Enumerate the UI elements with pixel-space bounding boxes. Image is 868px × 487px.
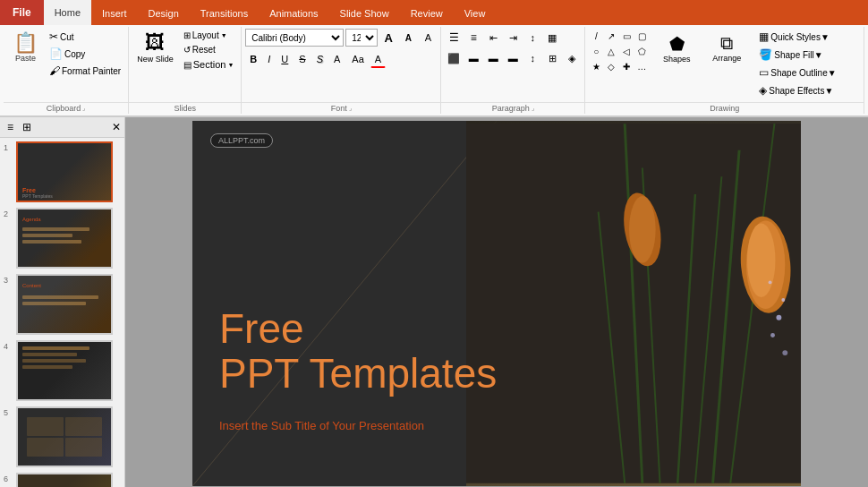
canvas-area: ALLPPT.com xyxy=(125,117,868,487)
slide-thumb-4[interactable]: 4 xyxy=(4,340,121,401)
align-text-button[interactable]: ⊞ xyxy=(543,49,561,67)
ribbon-content: 📋 Paste ✂ Cut 📄 Copy 🖌 Format Painter xyxy=(0,25,868,116)
format-painter-button[interactable]: 🖌 Format Painter xyxy=(46,63,124,79)
shape-arrow[interactable]: ↗ xyxy=(604,29,618,43)
slide-thumb-6[interactable]: 6 xyxy=(4,473,121,487)
align-right-button[interactable]: ▬ xyxy=(484,49,502,67)
section-icon: ▤ xyxy=(183,60,191,70)
shape-triangle[interactable]: △ xyxy=(604,44,618,58)
font-launcher[interactable]: ⌟ xyxy=(349,105,352,112)
align-center-button[interactable]: ▬ xyxy=(464,49,482,67)
panel-view-list-button[interactable]: ≡ xyxy=(4,119,17,135)
slide-panel: ≡ ⊞ ✕ 1 Free PPT Templates 2 xyxy=(0,117,125,487)
slide-image-6 xyxy=(16,473,113,487)
slide-thumb-1[interactable]: 1 Free PPT Templates xyxy=(4,141,121,202)
shapes-btn-container: ⬟ Shapes xyxy=(654,29,699,68)
shape-callout[interactable]: ◁ xyxy=(619,44,634,58)
tab-slideshow[interactable]: Slide Show xyxy=(329,2,400,25)
shape-round-rect[interactable]: ▢ xyxy=(634,29,649,43)
shape-diamond[interactable]: ◇ xyxy=(604,59,618,73)
columns-button[interactable]: ▦ xyxy=(543,29,561,47)
font-label: Font ⌟ xyxy=(242,102,440,114)
tab-animations[interactable]: Animations xyxy=(259,2,328,25)
shapes-label: Shapes xyxy=(663,55,691,64)
paste-button[interactable]: 📋 Paste xyxy=(7,29,44,67)
layout-label: Layout xyxy=(192,30,219,40)
slides-group: 🖼 New Slide ⊞ Layout ▼ ↺ Reset ▤ xyxy=(129,27,242,114)
char-spacing-button[interactable]: A xyxy=(329,50,345,68)
shape-more[interactable]: … xyxy=(634,59,649,73)
slide-num-5: 5 xyxy=(4,408,13,417)
bullets-button[interactable]: ☰ xyxy=(445,29,463,47)
panel-view-grid-button[interactable]: ⊞ xyxy=(19,119,35,135)
clipboard-content: 📋 Paste ✂ Cut 📄 Copy 🖌 Format Painter xyxy=(4,27,128,100)
underline-button[interactable]: U xyxy=(277,50,293,68)
shape-line[interactable]: / xyxy=(589,29,603,43)
svg-point-16 xyxy=(781,298,785,302)
font-color-button[interactable]: A xyxy=(370,50,386,68)
font-name-select[interactable]: Calibri (Body) xyxy=(245,29,344,47)
decrease-indent-button[interactable]: ⇤ xyxy=(484,29,502,47)
tab-insert[interactable]: Insert xyxy=(91,2,138,25)
tab-view[interactable]: View xyxy=(454,2,497,25)
increase-indent-button[interactable]: ⇥ xyxy=(504,29,522,47)
font-grow-button[interactable]: A xyxy=(379,29,397,47)
panel-close-button[interactable]: ✕ xyxy=(112,121,121,133)
font-shrink-button[interactable]: A xyxy=(399,29,417,47)
arrange-button[interactable]: ⧉ Arrange xyxy=(704,29,749,67)
slides-label: Slides xyxy=(129,102,241,114)
italic-button[interactable]: I xyxy=(263,50,275,68)
copy-label: Copy xyxy=(64,49,85,59)
tab-file[interactable]: File xyxy=(0,0,44,25)
slide-thumb-5[interactable]: 5 xyxy=(4,406,121,467)
tab-bar: File Home Insert Design Transitions Anim… xyxy=(0,0,868,25)
clipboard-launcher[interactable]: ⌟ xyxy=(82,105,85,112)
numbering-button[interactable]: ≡ xyxy=(464,29,482,47)
text-shadow-button[interactable]: S xyxy=(312,50,328,68)
slides-list: 1 Free PPT Templates 2 Agenda xyxy=(0,138,124,487)
clear-format-button[interactable]: A xyxy=(419,29,437,47)
copy-button[interactable]: 📄 Copy xyxy=(46,46,124,62)
paragraph-launcher[interactable]: ⌟ xyxy=(532,105,534,112)
slide-image-5 xyxy=(16,406,113,467)
tab-review[interactable]: Review xyxy=(400,2,454,25)
line-spacing-button[interactable]: ↕ xyxy=(523,29,541,47)
shape-fill-button[interactable]: 🪣 Shape Fill▼ xyxy=(754,47,840,63)
arrange-icon: ⧉ xyxy=(720,33,733,54)
text-direction-button[interactable]: ↕ xyxy=(523,49,541,67)
section-button[interactable]: ▤ Section ▼ xyxy=(180,57,238,72)
tab-transitions[interactable]: Transitions xyxy=(190,2,259,25)
font-size-select[interactable]: 12 xyxy=(345,29,378,47)
shapes-container: / ↗ ▭ ▢ ○ △ ◁ ⬠ ★ ◇ ✚ … xyxy=(589,29,649,73)
tab-home[interactable]: Home xyxy=(44,0,91,25)
slide-thumb-3[interactable]: 3 Content xyxy=(4,274,121,335)
shape-oval[interactable]: ○ xyxy=(589,44,603,58)
shape-star[interactable]: ★ xyxy=(589,59,603,73)
bold-button[interactable]: B xyxy=(245,50,261,68)
shapes-button[interactable]: ⬟ Shapes xyxy=(654,29,699,68)
slide-thumb-2[interactable]: 2 Agenda xyxy=(4,208,121,269)
slide-num-4: 4 xyxy=(4,342,13,351)
change-case-button[interactable]: Aa xyxy=(347,50,368,68)
shape-outline-button[interactable]: ▭ Shape Outline▼ xyxy=(754,64,840,81)
shape-rect[interactable]: ▭ xyxy=(619,29,634,43)
slide-image-4 xyxy=(16,340,113,401)
slides-content: 🖼 New Slide ⊞ Layout ▼ ↺ Reset ▤ xyxy=(129,27,241,100)
smartart-button[interactable]: ◈ xyxy=(563,49,581,67)
shape-cross[interactable]: ✚ xyxy=(619,59,634,73)
tab-design[interactable]: Design xyxy=(138,2,190,25)
layout-button[interactable]: ⊞ Layout ▼ xyxy=(180,29,238,42)
quick-styles-button[interactable]: ▦ Quick Styles▼ xyxy=(754,29,840,45)
svg-point-11 xyxy=(747,223,775,297)
drawing-actions: ▦ Quick Styles▼ 🪣 Shape Fill▼ ▭ Shape Ou… xyxy=(754,29,840,98)
shape-effects-button[interactable]: ◈ Shape Effects▼ xyxy=(754,82,840,98)
shape-pentagon[interactable]: ⬠ xyxy=(634,44,649,58)
cut-button[interactable]: ✂ Cut xyxy=(46,29,124,45)
strikethrough-button[interactable]: S xyxy=(294,50,310,68)
align-left-button[interactable]: ⬛ xyxy=(445,49,463,67)
new-slide-button[interactable]: 🖼 New Slide xyxy=(132,29,178,66)
justify-button[interactable]: ▬ xyxy=(504,49,522,67)
reset-icon: ↺ xyxy=(183,45,191,55)
slide-subtitle: Insert the Sub Title of Your Presentatio… xyxy=(219,419,424,432)
reset-button[interactable]: ↺ Reset xyxy=(180,43,238,56)
